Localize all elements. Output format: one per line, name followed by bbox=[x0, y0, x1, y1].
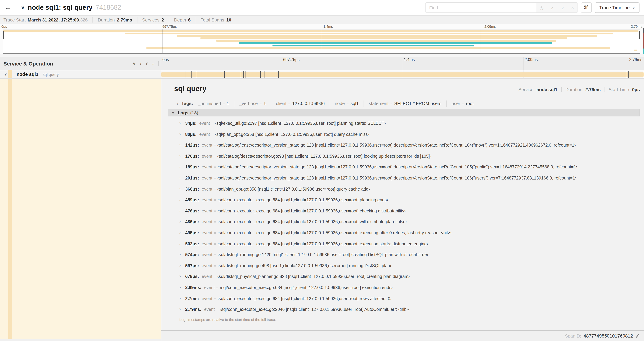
log-entry[interactable]: ›495μs:event=‹sql/conn_executor_exec.go:… bbox=[161, 228, 644, 239]
log-field-key: event bbox=[202, 252, 212, 257]
equals-sign: = bbox=[212, 132, 214, 136]
equals-sign: = bbox=[214, 143, 216, 147]
log-tick-mark bbox=[248, 71, 248, 78]
equals-sign: = bbox=[260, 101, 262, 106]
top-bar-actions: ◎ ∧ ∨ × ⌘ Trace Timeline ∨ bbox=[425, 3, 644, 13]
span-name-cell[interactable]: ∨ node sql1 sql query bbox=[0, 70, 161, 78]
chevron-right-icon[interactable]: › bbox=[179, 285, 181, 290]
tag-item[interactable]: user=root bbox=[452, 100, 478, 107]
minimap-left-handle[interactable] bbox=[3, 31, 4, 39]
locate-icon[interactable]: ◎ bbox=[540, 5, 544, 10]
log-entry[interactable]: ›2.79ms:event=‹sql/conn_executor_exec.go… bbox=[161, 304, 644, 315]
top-bar: ← ∨ node sql1: sql query 7418682 ◎ ∧ ∨ ×… bbox=[0, 0, 644, 15]
tag-value: root bbox=[466, 101, 474, 106]
link-icon[interactable] bbox=[635, 333, 640, 338]
tag-item[interactable]: _verbose=1 bbox=[239, 100, 271, 107]
find-input[interactable] bbox=[425, 3, 536, 13]
log-entry[interactable]: ›574μs:event=‹sql/distsql_running.go:142… bbox=[161, 249, 644, 260]
log-entry[interactable]: ›189μs:event=‹sql/catalog/lease/descript… bbox=[161, 162, 644, 173]
chevron-right-icon[interactable]: › bbox=[179, 186, 181, 191]
span-detail-meta: Service: node sql1 Duration: 2.79ms Star… bbox=[518, 87, 640, 92]
equals-sign: = bbox=[214, 253, 216, 257]
trace-info-item: Services2 bbox=[137, 17, 169, 23]
span-expander-icon[interactable]: ∨ bbox=[4, 72, 7, 76]
chevron-right-icon[interactable]: › bbox=[179, 263, 181, 268]
span-detail-header: sql query Service: node sql1 Duration: 2… bbox=[161, 79, 644, 93]
axis-tick-label: 697.75μs bbox=[162, 25, 177, 29]
span-detail-column: sql query Service: node sql1 Duration: 2… bbox=[161, 79, 644, 341]
log-entry[interactable]: ›34μs:event=‹sql/exec_util.go:2297 [nsql… bbox=[161, 118, 644, 129]
chevron-right-icon[interactable]: › bbox=[179, 307, 181, 311]
tag-value: 127.0.0.1:59936 bbox=[292, 101, 325, 106]
log-entry[interactable]: ›201μs:event=‹sql/catalog/lease/descript… bbox=[161, 173, 644, 184]
log-entry[interactable]: ›2.7ms:event=‹sql/conn_executor_exec.go:… bbox=[161, 293, 644, 304]
axis-tick-label: 697.75μs bbox=[283, 58, 300, 62]
collapse-one-icon[interactable]: ∨ bbox=[132, 61, 136, 66]
log-tick-mark bbox=[264, 71, 265, 78]
log-entry[interactable]: ›459μs:event=‹sql/conn_executor_exec.go:… bbox=[161, 195, 644, 206]
span-timeline-cell[interactable] bbox=[161, 70, 644, 78]
log-entry[interactable]: ›80μs:event=‹sql/plan_opt.go:358 [nsql1,… bbox=[161, 129, 644, 140]
chevron-right-icon[interactable]: › bbox=[179, 142, 181, 147]
chevron-right-icon[interactable]: › bbox=[179, 241, 181, 246]
clear-icon[interactable]: × bbox=[571, 5, 574, 10]
tag-item[interactable]: client=127.0.0.1:59936 bbox=[276, 100, 330, 107]
find-next-icon[interactable]: ∨ bbox=[561, 5, 564, 10]
log-entry[interactable]: ›678μs:event=‹sql/distsql_physical_plann… bbox=[161, 271, 644, 282]
log-entry[interactable]: ›597μs:event=‹sql/distsql_running.go:498… bbox=[161, 260, 644, 271]
chevron-right-icon[interactable]: › bbox=[179, 121, 181, 125]
chevron-right-icon[interactable]: › bbox=[179, 252, 181, 257]
chevron-down-icon: ∨ bbox=[632, 6, 635, 10]
logs-section-header[interactable]: ∨ Logs (18) bbox=[168, 109, 640, 116]
minimap-right-handle[interactable] bbox=[639, 31, 640, 39]
tag-item[interactable]: node=sql1 bbox=[335, 100, 364, 107]
collapse-all-icon[interactable]: » bbox=[144, 62, 150, 65]
log-field-key: event bbox=[202, 187, 212, 191]
axis-tick-label: 0μs bbox=[2, 25, 7, 29]
log-entry[interactable]: ›2.69ms:event=‹sql/conn_executor_exec.go… bbox=[161, 282, 644, 293]
tags-row[interactable]: › Tags: _unfinished=1_verbose=1client=12… bbox=[161, 98, 644, 109]
chevron-right-icon[interactable]: › bbox=[179, 208, 181, 213]
log-entry[interactable]: ›176μs:event=‹sql/catalog/descs/descript… bbox=[161, 151, 644, 162]
axis-tick-label: 2.09ms bbox=[525, 58, 538, 62]
equals-sign: = bbox=[346, 101, 349, 106]
chevron-right-icon[interactable]: › bbox=[179, 175, 181, 180]
chevron-right-icon[interactable]: › bbox=[179, 154, 181, 158]
info-label: Duration bbox=[98, 17, 115, 23]
log-field-value: ‹sql/conn_executor_exec.go:684 [nsql1,cl… bbox=[217, 209, 406, 213]
trace-view-label: Trace Timeline bbox=[599, 5, 630, 10]
equals-sign: = bbox=[223, 101, 225, 106]
equals-sign: = bbox=[390, 101, 392, 106]
chevron-right-icon[interactable]: › bbox=[179, 274, 181, 279]
chevron-right-icon[interactable]: › bbox=[179, 230, 181, 235]
log-entry[interactable]: ›486μs:event=‹sql/conn_executor_exec.go:… bbox=[161, 217, 644, 228]
chevron-right-icon[interactable]: › bbox=[179, 296, 181, 301]
expand-one-icon[interactable]: › bbox=[140, 61, 142, 66]
back-button[interactable]: ← bbox=[0, 0, 16, 15]
log-entry[interactable]: ›502μs:event=‹sql/conn_executor_exec.go:… bbox=[161, 239, 644, 249]
trace-view-select[interactable]: Trace Timeline ∨ bbox=[595, 3, 640, 13]
find-prev-icon[interactable]: ∧ bbox=[551, 5, 554, 10]
column-resizer[interactable] bbox=[158, 61, 160, 66]
log-entry[interactable]: ›366μs:event=‹sql/plan_opt.go:358 [nsql1… bbox=[161, 184, 644, 195]
trace-title-group[interactable]: ∨ node sql1: sql query 7418682 bbox=[21, 4, 121, 12]
log-timestamp: 574μs: bbox=[185, 252, 199, 257]
log-entry[interactable]: ›142μs:event=‹sql/catalog/lease/descript… bbox=[161, 140, 644, 151]
expand-all-icon[interactable]: » bbox=[152, 61, 155, 66]
chevron-right-icon[interactable]: › bbox=[179, 132, 181, 136]
equals-sign: = bbox=[214, 275, 216, 279]
chevron-down-icon[interactable]: ∨ bbox=[21, 5, 25, 11]
keyboard-shortcuts-button[interactable]: ⌘ bbox=[581, 3, 592, 13]
span-row[interactable]: ∨ node sql1 sql query bbox=[0, 70, 644, 79]
chevron-right-icon[interactable]: › bbox=[179, 164, 181, 169]
tag-item[interactable]: statement=SELECT * FROM users bbox=[369, 100, 447, 107]
span-duration-bar[interactable] bbox=[162, 72, 644, 77]
log-entry[interactable]: ›476μs:event=‹sql/conn_executor_exec.go:… bbox=[161, 206, 644, 217]
tag-item[interactable]: _unfinished=1 bbox=[198, 100, 234, 107]
tag-key: node bbox=[335, 101, 345, 106]
chevron-right-icon[interactable]: › bbox=[177, 101, 178, 106]
minimap-canvas[interactable] bbox=[3, 29, 640, 54]
chevron-right-icon[interactable]: › bbox=[179, 197, 181, 202]
chevron-right-icon[interactable]: › bbox=[179, 219, 181, 224]
logs-list: ›34μs:event=‹sql/exec_util.go:2297 [nsql… bbox=[161, 118, 644, 315]
